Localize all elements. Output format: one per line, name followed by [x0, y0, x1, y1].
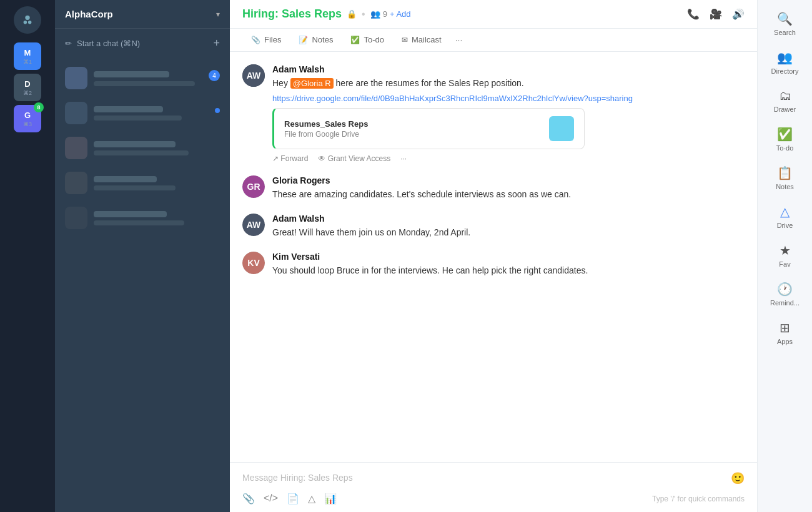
sidebar-header: AlphaCorp ▾ [55, 0, 230, 29]
more-actions-button[interactable]: ··· [400, 154, 407, 163]
volume-icon[interactable]: 🔊 [732, 8, 745, 20]
list-item[interactable] [55, 165, 230, 200]
list-item[interactable] [55, 96, 230, 130]
tab-notes[interactable]: 📝 Notes [290, 29, 342, 52]
workspace-logo[interactable] [14, 6, 41, 34]
tabs-more-button[interactable]: ··· [453, 29, 465, 51]
right-item-drive[interactable]: △ Drive [763, 198, 808, 235]
sidebar: AlphaCorp ▾ ✏ Start a chat (⌘N) + 4 [55, 0, 230, 512]
star-icon: ★ [780, 243, 791, 258]
message-link[interactable]: https://drive.google.com/file/d/0B9aBhHa… [272, 94, 745, 103]
dot-separator: • [362, 9, 365, 20]
tab-mailcast[interactable]: ✉ Mailcast [393, 29, 450, 52]
right-item-drawer[interactable]: 🗂 Drawer [763, 82, 808, 119]
edit-icon: ✏ [65, 39, 72, 48]
tab-notes-label: Notes [312, 35, 333, 44]
message-text: Hey @Gloria R here are the resumes for t… [272, 77, 745, 90]
chat-preview-placeholder [94, 185, 176, 190]
text-before-mention: Hey [272, 78, 290, 88]
message-author: Kim Versati [272, 252, 320, 262]
message-header: Adam Walsh [272, 214, 745, 224]
phone-icon[interactable]: 📞 [687, 8, 700, 20]
workspace-shortcut-m: ⌘1 [23, 59, 32, 65]
message-content: Adam Walsh Hey @Gloria R here are the re… [272, 64, 745, 163]
workspace-bar: M ⌘1 D ⌘2 8 G ⌘3 [0, 0, 55, 512]
chart-icon[interactable]: 📊 [324, 493, 337, 505]
file-name: Resumes_Sales Reps [284, 119, 368, 129]
video-icon[interactable]: 🎥 [710, 8, 722, 20]
files-icon: 📎 [251, 36, 260, 44]
add-chat-button[interactable]: + [213, 37, 220, 50]
avatar: KV [242, 252, 265, 274]
todo-sidebar-icon: ✅ [777, 127, 793, 142]
avatar [65, 102, 87, 124]
chat-name-placeholder [94, 141, 176, 147]
workspace-label-d: D [24, 79, 30, 89]
chat-name-placeholder [94, 211, 167, 217]
channel-title: Hiring: Sales Reps [242, 7, 342, 21]
list-item[interactable] [55, 130, 230, 165]
avatar: AW [242, 214, 265, 236]
list-item[interactable]: 4 [55, 61, 230, 96]
avatar-image: KV [242, 252, 265, 274]
main-chat-area: Hiring: Sales Reps 🔒 • 👥 9 + Add 📞 🎥 🔊 📎… [230, 0, 757, 512]
chat-info [94, 141, 220, 155]
chat-preview-placeholder [94, 150, 189, 155]
chat-name-placeholder [94, 176, 157, 182]
list-item[interactable] [55, 200, 230, 235]
search-icon: 🔍 [777, 11, 793, 26]
right-item-notes[interactable]: 📋 Notes [763, 159, 808, 197]
code-icon[interactable]: </> [264, 493, 278, 505]
chat-badge: 4 [209, 70, 220, 81]
workspace-item-m[interactable]: M ⌘1 [14, 42, 41, 70]
right-item-todo[interactable]: ✅ To-do [763, 121, 808, 158]
message-content: Adam Walsh Great! Will have them join us… [272, 214, 745, 239]
document-icon[interactable]: 📄 [287, 493, 299, 505]
notes-icon: 📝 [299, 36, 308, 44]
grant-view-button[interactable]: 👁 Grant View Access [318, 154, 390, 163]
right-item-apps[interactable]: ⊞ Apps [763, 314, 808, 352]
directory-label: Directory [771, 67, 798, 75]
workspace-shortcut-d: ⌘2 [23, 90, 32, 96]
forward-button[interactable]: ↗ Forward [272, 154, 308, 163]
add-member-button[interactable]: + Add [390, 9, 411, 19]
right-item-directory[interactable]: 👥 Directory [763, 44, 808, 81]
channel-tabs: 📎 Files 📝 Notes ✅ To-do ✉ Mailcast ··· [230, 29, 757, 52]
avatar-image: AW [242, 214, 265, 236]
right-item-remind[interactable]: 🕐 Remind... [763, 275, 808, 313]
chat-info [94, 176, 220, 190]
drawer-icon: 🗂 [779, 89, 791, 103]
mailcast-icon: ✉ [402, 36, 408, 44]
avatar [65, 207, 87, 229]
avatar [65, 172, 87, 194]
right-sidebar: 🔍 Search 👥 Directory 🗂 Drawer ✅ To-do 📋 … [757, 0, 812, 512]
fav-label: Fav [779, 260, 790, 268]
workspace-badge-g: 8 [34, 102, 44, 112]
right-item-fav[interactable]: ★ Fav [763, 237, 808, 274]
message-input[interactable] [242, 470, 745, 490]
svg-point-1 [24, 21, 27, 24]
tab-files[interactable]: 📎 Files [242, 29, 290, 52]
workspace-item-g[interactable]: 8 G ⌘3 [14, 105, 41, 132]
sidebar-title: AlphaCorp [65, 9, 113, 19]
attachment-icon[interactable]: 📎 [242, 493, 255, 505]
workspace-item-d[interactable]: D ⌘2 [14, 74, 41, 101]
chat-header: Hiring: Sales Reps 🔒 • 👥 9 + Add 📞 🎥 🔊 [230, 0, 757, 29]
member-icon: 👥 [370, 9, 380, 19]
notes-label: Notes [776, 183, 794, 190]
chat-info: 4 [94, 70, 220, 86]
tab-mailcast-label: Mailcast [412, 35, 442, 44]
new-chat-button[interactable]: ✏ Start a chat (⌘N) [65, 35, 207, 52]
chat-info [94, 211, 220, 225]
chat-name-placeholder [94, 71, 169, 77]
chevron-down-icon[interactable]: ▾ [216, 10, 220, 19]
chat-preview-placeholder [94, 116, 182, 121]
lock-icon: 🔒 [347, 9, 357, 19]
message-3: AW Adam Walsh Great! Will have them join… [242, 214, 745, 239]
message-text: These are amazing candidates. Let's sche… [272, 188, 745, 201]
drive-icon[interactable]: △ [308, 493, 315, 505]
tab-todo[interactable]: ✅ To-do [342, 29, 393, 52]
message-2: GR Gloria Rogers These are amazing candi… [242, 175, 745, 201]
right-item-search[interactable]: 🔍 Search [763, 5, 808, 42]
message-text: Great! Will have them join us on Monday,… [272, 226, 745, 239]
